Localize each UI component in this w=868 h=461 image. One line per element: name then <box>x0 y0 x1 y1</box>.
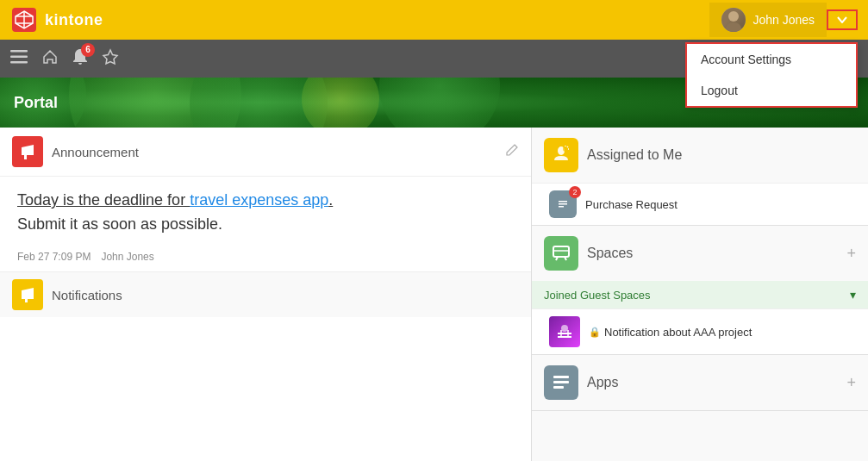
logo-area: kintone <box>10 6 709 34</box>
apps-icon <box>544 365 578 400</box>
svg-marker-10 <box>103 50 117 64</box>
announcement-body: Today is the deadline for travel expense… <box>0 177 531 242</box>
notifications-header: Notifications <box>0 271 531 317</box>
spaces-section: Spaces + Joined Guest Spaces ▾ 🔒 Notific… <box>532 226 868 355</box>
announcement-author: John Jones <box>101 251 153 263</box>
svg-rect-26 <box>559 206 564 208</box>
svg-rect-25 <box>559 203 567 205</box>
announcement-date: Feb 27 7:09 PM <box>17 251 91 263</box>
assigned-item-purchase-request[interactable]: 2 Purchase Request <box>532 183 868 225</box>
space-aaa-label: 🔒 Notification about AAA project <box>589 326 752 339</box>
spaces-icon <box>544 236 578 271</box>
user-name-label: John Jones <box>752 13 815 27</box>
right-panel: Assigned to Me 2 Purchase Request Spaces… <box>532 128 868 461</box>
svg-marker-16 <box>22 288 34 299</box>
svg-rect-15 <box>24 155 27 159</box>
notification-badge: 6 <box>81 43 95 57</box>
svg-rect-33 <box>553 376 569 378</box>
purchase-request-label: Purchase Request <box>585 198 678 211</box>
svg-line-22 <box>567 146 568 147</box>
svg-rect-17 <box>25 299 28 302</box>
logo-text: kintone <box>45 11 103 29</box>
kintone-logo-icon <box>10 6 38 34</box>
assigned-to-me-header: Assigned to Me <box>532 128 868 183</box>
svg-rect-9 <box>10 61 28 64</box>
svg-rect-7 <box>10 50 28 53</box>
home-icon[interactable] <box>41 48 59 70</box>
user-info-button[interactable]: John Jones <box>709 3 827 37</box>
announcement-meta: Feb 27 7:09 PM John Jones <box>0 242 531 271</box>
svg-marker-14 <box>22 145 34 155</box>
main-content: Announcement Today is the deadline for t… <box>0 128 868 461</box>
assigned-to-me-title: Assigned to Me <box>587 147 856 163</box>
svg-rect-24 <box>559 201 567 202</box>
spaces-title: Spaces <box>587 246 838 261</box>
svg-point-5 <box>728 11 739 22</box>
left-panel: Announcement Today is the deadline for t… <box>0 128 532 461</box>
joined-guest-spaces-label: Joined Guest Spaces <box>544 289 845 302</box>
space-thumbnail <box>549 316 580 347</box>
apps-section: Apps + <box>532 355 868 411</box>
purchase-request-icon: 2 <box>549 190 577 218</box>
user-dropdown-button[interactable] <box>827 9 858 30</box>
announcement-subtext: Submit it as soon as possible. <box>17 215 514 234</box>
svg-rect-34 <box>553 381 569 383</box>
account-settings-menu-item[interactable]: Account Settings <box>687 44 856 75</box>
user-dropdown-menu: Account Settings Logout <box>685 42 858 108</box>
apps-add-button[interactable]: + <box>846 374 856 392</box>
announcement-body-line2: . <box>328 191 333 209</box>
assigned-to-me-section: Assigned to Me 2 Purchase Request <box>532 128 868 226</box>
notification-icon[interactable]: 6 <box>72 48 88 70</box>
spaces-header: Spaces + <box>532 226 868 281</box>
announcement-header: Announcement <box>0 128 531 177</box>
favorites-icon[interactable] <box>102 48 119 70</box>
svg-point-28 <box>561 325 568 332</box>
avatar <box>721 8 746 32</box>
svg-rect-8 <box>10 55 28 58</box>
apps-header: Apps + <box>532 355 868 410</box>
announcement-section-title: Announcement <box>52 145 496 159</box>
svg-rect-27 <box>553 246 569 257</box>
svg-rect-35 <box>553 386 564 389</box>
notifications-section-title: Notifications <box>52 288 122 302</box>
spaces-add-button[interactable]: + <box>846 245 856 263</box>
announcement-text: Today is the deadline for travel expense… <box>17 189 514 212</box>
announcement-section: Announcement Today is the deadline for t… <box>0 128 531 271</box>
purchase-request-badge: 2 <box>569 186 581 198</box>
assigned-to-me-icon <box>544 138 578 172</box>
notifications-section-icon <box>12 279 43 310</box>
menu-icon[interactable] <box>10 50 28 68</box>
joined-guest-spaces-chevron: ▾ <box>850 288 856 302</box>
travel-expenses-link[interactable]: travel expenses app <box>190 191 328 209</box>
edit-icon[interactable] <box>505 143 519 160</box>
joined-guest-spaces-subsection[interactable]: Joined Guest Spaces ▾ <box>532 281 868 308</box>
apps-title: Apps <box>587 375 838 390</box>
header-bar: kintone John Jones Account Settings Logo… <box>0 0 868 40</box>
user-area: John Jones Account Settings Logout <box>709 3 858 37</box>
announcement-icon <box>12 136 43 167</box>
announcement-body-line1: Today is the deadline for <box>17 191 190 209</box>
logout-menu-item[interactable]: Logout <box>687 75 856 106</box>
lock-icon: 🔒 <box>589 327 601 338</box>
svg-point-6 <box>726 22 741 32</box>
space-item-aaa[interactable]: 🔒 Notification about AAA project <box>532 308 868 354</box>
